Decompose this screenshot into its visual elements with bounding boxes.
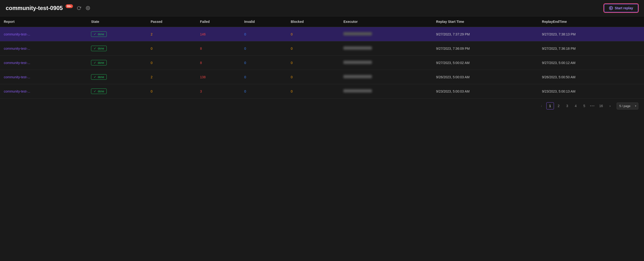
page-4-button[interactable]: 4	[572, 103, 580, 109]
blocked-count: 0	[291, 61, 293, 65]
cell-executor	[340, 70, 432, 84]
cell-passed: 0	[147, 41, 196, 56]
cell-failed: 138	[196, 70, 240, 84]
page-2-button[interactable]: 2	[555, 103, 562, 109]
cell-report: community-test-...	[0, 56, 87, 70]
page-3-button[interactable]: 3	[564, 103, 571, 109]
play-triangle	[610, 7, 612, 9]
cell-report: community-test-...	[0, 70, 87, 84]
passed-count: 0	[151, 89, 152, 93]
cell-failed: 3	[196, 84, 240, 99]
cell-blocked: 0	[287, 41, 340, 56]
executor-value	[344, 61, 372, 64]
cell-end-time: 9/27/2023, 7:36:18 PM	[538, 41, 644, 56]
end-time-value: 9/23/2023, 5:00:13 AM	[542, 89, 576, 93]
cell-invalid: 0	[240, 41, 287, 56]
col-state: State	[87, 17, 147, 27]
svg-point-0	[88, 8, 89, 9]
report-link[interactable]: community-test-...	[4, 32, 30, 36]
report-link[interactable]: community-test-...	[4, 47, 30, 51]
report-link[interactable]: community-test-...	[4, 89, 30, 93]
report-link[interactable]: community-test-...	[4, 61, 30, 65]
cell-state: ✓ done	[87, 27, 147, 41]
per-page-select[interactable]: 5 / page 10 / page 20 / page 50 / page	[617, 103, 638, 109]
executor-value	[344, 32, 372, 36]
cell-end-time: 9/27/2023, 7:38:13 PM	[538, 27, 644, 41]
failed-count: 8	[200, 47, 202, 51]
refresh-button[interactable]	[76, 5, 82, 11]
cell-start-time: 9/26/2023, 5:00:03 AM	[432, 70, 538, 84]
passed-count: 0	[151, 47, 152, 51]
col-failed: Failed	[196, 17, 240, 27]
cell-failed: 8	[196, 41, 240, 56]
cell-state: ✓ done	[87, 70, 147, 84]
blocked-count: 0	[291, 47, 293, 51]
col-replay-start: Replay Start Time	[432, 17, 538, 27]
failed-count: 8	[200, 61, 202, 65]
start-time-value: 9/26/2023, 5:00:03 AM	[436, 75, 470, 79]
table-row: community-test-... ✓ done 2 146 0 0	[0, 27, 644, 41]
prev-page-button[interactable]: ‹	[538, 103, 546, 109]
col-invalid: Invalid	[240, 17, 287, 27]
cell-invalid: 0	[240, 84, 287, 99]
page-5-button[interactable]: 5	[580, 103, 588, 109]
table-header-row: Report State Passed Failed Invalid Block…	[0, 17, 644, 27]
cell-passed: 2	[147, 27, 196, 41]
page-1-button[interactable]: 1	[546, 102, 554, 109]
cell-report: community-test-...	[0, 84, 87, 99]
next-page-button[interactable]: ›	[606, 103, 614, 109]
start-time-value: 9/27/2023, 7:37:29 PM	[436, 32, 470, 36]
end-time-value: 9/27/2023, 7:36:18 PM	[542, 47, 576, 51]
reports-table: Report State Passed Failed Invalid Block…	[0, 17, 644, 99]
gear-icon	[86, 6, 90, 10]
executor-value	[344, 46, 372, 50]
cell-end-time: 9/26/2023, 5:00:50 AM	[538, 70, 644, 84]
report-link[interactable]: community-test-...	[4, 75, 30, 79]
check-icon: ✓	[94, 47, 96, 50]
cell-start-time: 9/23/2023, 5:00:03 AM	[432, 84, 538, 99]
cell-state: ✓ done	[87, 84, 147, 99]
col-executor: Executor	[340, 17, 432, 27]
table-body: community-test-... ✓ done 2 146 0 0	[0, 27, 644, 99]
pagination-ellipsis: •••	[589, 104, 596, 108]
failed-count: 3	[200, 89, 202, 93]
executor-value	[344, 75, 372, 78]
cell-passed: 0	[147, 56, 196, 70]
blocked-count: 0	[291, 32, 293, 36]
cell-executor	[340, 41, 432, 56]
cell-state: ✓ done	[87, 41, 147, 56]
check-icon: ✓	[94, 61, 96, 65]
play-icon	[609, 6, 613, 10]
cell-failed: 146	[196, 27, 240, 41]
settings-button[interactable]	[85, 5, 91, 11]
table-row: community-test-... ✓ done 0 3 0 0	[0, 84, 644, 99]
start-replay-button[interactable]: Start replay	[604, 4, 638, 12]
cell-passed: 0	[147, 84, 196, 99]
status-badge: ✓ done	[91, 46, 107, 51]
page-16-button[interactable]: 16	[597, 103, 605, 109]
cell-invalid: 0	[240, 56, 287, 70]
table-header: Report State Passed Failed Invalid Block…	[0, 17, 644, 27]
cell-invalid: 0	[240, 27, 287, 41]
cell-blocked: 0	[287, 56, 340, 70]
passed-count: 0	[151, 61, 152, 65]
cell-blocked: 0	[287, 84, 340, 99]
check-icon: ✓	[94, 75, 96, 79]
blocked-count: 0	[291, 89, 293, 93]
start-time-value: 9/27/2023, 7:36:09 PM	[436, 47, 470, 51]
refresh-icon	[77, 6, 81, 10]
reports-table-container: Report State Passed Failed Invalid Block…	[0, 17, 644, 99]
page-title: community-test-0905	[6, 5, 63, 12]
failed-count: 146	[200, 32, 206, 36]
cell-blocked: 0	[287, 27, 340, 41]
cell-start-time: 9/27/2023, 7:36:09 PM	[432, 41, 538, 56]
pagination: ‹ 1 2 3 4 5 ••• 16 › 5 / page 10 / page …	[0, 99, 644, 113]
notification-badge: 99+	[66, 4, 73, 8]
table-row: community-test-... ✓ done 0 8 0 0	[0, 41, 644, 56]
invalid-count: 0	[244, 32, 246, 36]
cell-report: community-test-...	[0, 41, 87, 56]
col-replay-end: ReplayEndTime	[538, 17, 644, 27]
passed-count: 2	[151, 32, 152, 36]
start-replay-label: Start replay	[615, 6, 633, 10]
col-report: Report	[0, 17, 87, 27]
